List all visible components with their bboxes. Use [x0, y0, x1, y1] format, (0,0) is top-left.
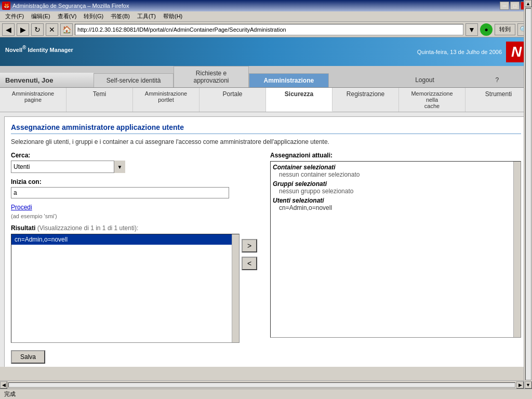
- status-text: 完成: [4, 390, 16, 398]
- go-button[interactable]: 转到: [495, 24, 515, 35]
- menu-bar: 文件(F) 编辑(E) 查看(V) 转到(G) 书签(B) 工具(T) 帮助(H…: [0, 11, 532, 22]
- sub-nav-admin-portlet[interactable]: Amministrazioneportlet: [133, 88, 200, 112]
- save-button[interactable]: Salva: [11, 350, 45, 364]
- back-button[interactable]: ◀: [2, 23, 15, 36]
- menu-edit[interactable]: 编辑(E): [28, 11, 54, 21]
- sub-nav-sicurezza[interactable]: Sicurezza: [266, 88, 332, 112]
- search-row: Cerca: Utenti Gruppi Container ▼: [11, 152, 262, 173]
- scroll-left-btn[interactable]: ◀: [0, 381, 7, 389]
- dropdown-button[interactable]: ▼: [466, 23, 478, 36]
- menu-help[interactable]: 帮助(H): [160, 11, 185, 21]
- maximize-button[interactable]: □: [510, 2, 520, 10]
- address-input[interactable]: [75, 24, 463, 35]
- gruppi-value: nessun gruppo selezionato: [279, 188, 518, 195]
- nav-tabs: Self-service identità Richieste e approv…: [94, 66, 532, 87]
- category-gruppi: Gruppi selezionati: [273, 180, 518, 188]
- menu-goto[interactable]: 转到(G): [81, 11, 107, 21]
- save-area: Salva: [11, 350, 521, 364]
- results-scrollbar[interactable]: [232, 234, 239, 342]
- scroll-up-btn[interactable]: ▲: [525, 0, 532, 7]
- starts-with-label: Inizia con:: [11, 178, 262, 185]
- v-scroll-track[interactable]: [525, 8, 531, 380]
- tab-help[interactable]: ?: [462, 73, 532, 87]
- results-info: (Visualizzazione di 1 in 1 di 1 utenti):: [37, 224, 139, 232]
- firefox-icon: 🦊: [2, 2, 10, 10]
- container-value: nessun container selezionato: [279, 171, 518, 178]
- address-bar: ◀ ▶ ↻ ✕ 🏠 ▼ ● 转到 🔍: [0, 22, 532, 37]
- tab-logout[interactable]: Logout: [387, 73, 462, 87]
- search-label: Cerca:: [11, 152, 262, 159]
- h-scrollbar[interactable]: ◀ ▶: [0, 380, 524, 389]
- results-list[interactable]: cn=Admin,o=novell: [11, 234, 240, 343]
- assign-scrollbar[interactable]: [513, 162, 521, 337]
- title-bar-left: 🦊 Administração de Segurança – Mozilla F…: [2, 2, 129, 10]
- right-column: Assegnazioni attuali: Container selezion…: [270, 152, 521, 343]
- app-header: Novell® Identity Manager Quinta-feira, 1…: [0, 37, 532, 66]
- search-select[interactable]: Utenti Gruppi Container: [11, 161, 125, 173]
- app-logo: Novell® Identity Manager: [5, 45, 73, 58]
- starts-with-input[interactable]: [11, 187, 229, 198]
- result-item-0[interactable]: cn=Admin,o=novell: [11, 234, 239, 245]
- sub-nav-portale[interactable]: Portale: [200, 88, 266, 112]
- scroll-right-btn[interactable]: ▶: [516, 381, 524, 389]
- utenti-value: cn=Admin,o=novell: [279, 204, 518, 211]
- security-indicator: ●: [480, 23, 493, 36]
- content-columns: Cerca: Utenti Gruppi Container ▼ Inizia …: [11, 152, 521, 343]
- section-title: Assegnazione amministratore applicazione…: [11, 123, 521, 134]
- starts-with-row: Inizia con:: [11, 178, 262, 198]
- main-content-area: Assegnazione amministratore applicazione…: [0, 112, 532, 367]
- h-scroll-track[interactable]: [8, 382, 515, 388]
- user-greeting: Benvenuti, Joe: [5, 76, 88, 84]
- menu-bookmarks[interactable]: 书签(B): [108, 11, 133, 21]
- left-column: Cerca: Utenti Gruppi Container ▼ Inizia …: [11, 152, 262, 343]
- results-area: cn=Admin,o=novell > <: [11, 234, 262, 343]
- scroll-down-btn[interactable]: ▼: [525, 381, 532, 389]
- status-bar: 完成: [0, 389, 532, 399]
- v-scrollbar[interactable]: ▲ ▼: [524, 0, 532, 389]
- arrow-buttons: > <: [242, 234, 257, 270]
- minimize-button[interactable]: ─: [500, 2, 509, 10]
- refresh-button[interactable]: ↻: [31, 23, 44, 36]
- menu-file[interactable]: 文件(F): [2, 11, 27, 21]
- home-button[interactable]: 🏠: [60, 23, 73, 36]
- search-select-wrapper: Utenti Gruppi Container ▼: [11, 161, 125, 173]
- sub-nav-strumenti[interactable]: Strumenti: [466, 88, 532, 112]
- remove-button[interactable]: <: [242, 257, 257, 270]
- menu-view[interactable]: 查看(V): [55, 11, 80, 21]
- assign-label: Assegnazioni attuali:: [270, 152, 521, 159]
- add-button[interactable]: >: [242, 239, 257, 252]
- menu-tools[interactable]: 工具(T): [134, 11, 159, 21]
- stop-button[interactable]: ✕: [46, 23, 58, 36]
- main-content: Assegnazione amministratore applicazione…: [4, 116, 528, 367]
- category-utenti: Utenti selezionati: [273, 197, 518, 204]
- results-label-row: Risultati (Visualizzazione di 1 in 1 di …: [11, 224, 262, 232]
- tab-self-service[interactable]: Self-service identità: [94, 73, 174, 87]
- results-label: Risultati: [11, 224, 35, 232]
- sub-nav-registrazione[interactable]: Registrazione: [332, 88, 399, 112]
- forward-button[interactable]: ▶: [17, 23, 29, 36]
- assign-box[interactable]: Container selezionati nessun container s…: [270, 161, 521, 338]
- title-bar: 🦊 Administração de Segurança – Mozilla F…: [0, 0, 532, 11]
- window-title: Administração de Segurança – Mozilla Fir…: [12, 3, 129, 9]
- tab-richieste[interactable]: Richieste e approvazioni: [174, 66, 248, 87]
- app-logo-text: Novell® Identity Manager: [5, 47, 73, 53]
- procedi-link[interactable]: Procedi: [11, 204, 32, 211]
- tab-amministrazione[interactable]: Amministrazione: [249, 73, 329, 87]
- sub-nav: Amministrazionepagine Temi Amministrazio…: [0, 88, 532, 112]
- app-date: Quinta-feira, 13 de Julho de 2006: [417, 49, 502, 55]
- procedi-hint: (ad esempio 'smi'): [11, 213, 262, 219]
- sub-nav-temi[interactable]: Temi: [66, 88, 133, 112]
- category-container: Container selezionati: [273, 164, 518, 171]
- sub-nav-cache[interactable]: Memorizzazione nellacache: [399, 88, 466, 112]
- sub-nav-admin-pagine[interactable]: Amministrazionepagine: [0, 88, 66, 112]
- section-desc: Selezionare gli utenti, i gruppi e i con…: [11, 138, 521, 145]
- user-bar: Benvenuti, Joe: [0, 73, 94, 87]
